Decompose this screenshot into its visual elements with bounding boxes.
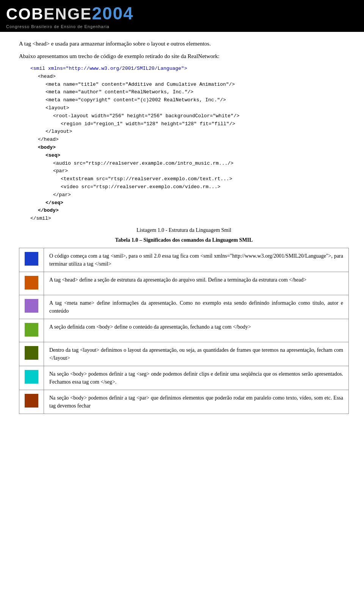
- row-description: Dentro da tag <layout> definimos o layou…: [44, 342, 349, 366]
- color-indicator: [25, 323, 38, 337]
- color-indicator: [25, 252, 38, 266]
- row-description: Na seção <body> podemos definir a tag <p…: [44, 390, 349, 414]
- logo-subtitle: Congresso Brasileiro de Ensino de Engenh…: [6, 24, 134, 29]
- table-row: A tag <meta name> define informações da …: [19, 295, 349, 319]
- row-description: A tag <meta name> define informações da …: [44, 295, 349, 319]
- table-row: Na seção <body> podemos definir a tag <p…: [19, 390, 349, 414]
- color-indicator: [25, 370, 38, 384]
- row-description: A tag <head> define a seção de estrutura…: [44, 272, 349, 295]
- table-title: Tabela 1.0 – Significados dos comandos d…: [19, 237, 349, 243]
- smil-table: O código começa com a tag <smil>, para o…: [19, 248, 349, 414]
- table-row: A seção definida com <body> define o con…: [19, 319, 349, 342]
- logo-year: 2004: [92, 3, 133, 23]
- color-indicator: [25, 346, 38, 360]
- intro-line2: Abaixo apresentamos um trecho de código …: [19, 52, 349, 61]
- listing-caption: Listagem 1.0 - Estrutura da Linguagem Sm…: [19, 227, 349, 233]
- page-header: COBENGE2004 Congresso Brasileiro de Ensi…: [0, 0, 364, 32]
- color-indicator: [25, 394, 38, 408]
- intro-line1: A tag <head> e usada para armazenar info…: [19, 39, 349, 48]
- table-row: A tag <head> define a seção de estrutura…: [19, 272, 349, 295]
- row-description: Na seção <body> podemos definir a tag <s…: [44, 366, 349, 390]
- color-indicator: [25, 299, 38, 313]
- logo-cob: COB: [6, 5, 44, 23]
- table-row: O código começa com a tag <smil>, para o…: [19, 248, 349, 272]
- code-block: <smil xmlns="http://www.w3.org/2001/SMIL…: [30, 65, 349, 223]
- logo-enge: ENGE: [44, 5, 92, 23]
- color-indicator: [25, 276, 38, 290]
- table-row: Dentro da tag <layout> definimos o layou…: [19, 342, 349, 366]
- row-description: O código começa com a tag <smil>, para o…: [44, 248, 349, 272]
- table-row: Na seção <body> podemos definir a tag <s…: [19, 366, 349, 390]
- main-content: A tag <head> e usada para armazenar info…: [0, 32, 364, 422]
- row-description: A seção definida com <body> define o con…: [44, 319, 349, 342]
